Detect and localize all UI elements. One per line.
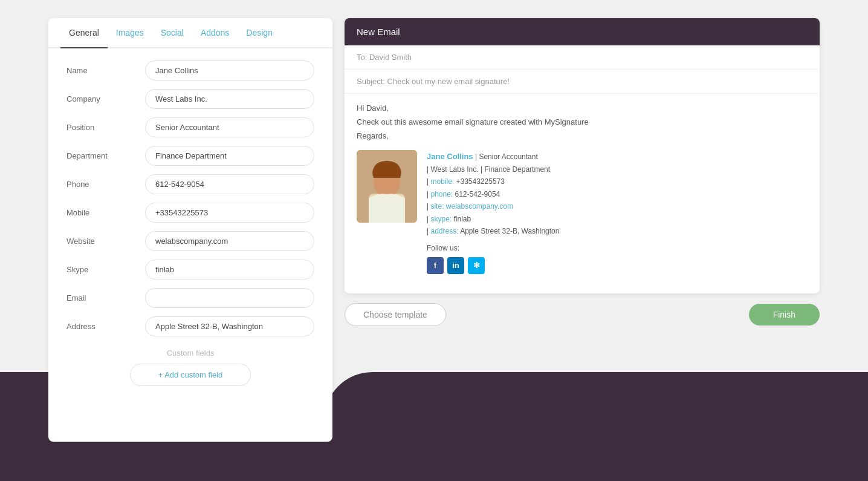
email-text: Check out this awesome email signature c… [357,117,808,126]
company-row: Company [66,89,314,109]
mobile-input[interactable] [145,203,314,223]
tab-addons[interactable]: Addons [192,18,238,48]
sig-phone-label: phone: [430,190,453,198]
signature-photo [357,150,417,223]
position-label: Position [66,123,145,132]
tab-general[interactable]: General [60,18,108,48]
company-label: Company [66,94,145,103]
company-input[interactable] [145,89,314,109]
sig-skype-val: finlab [453,215,471,223]
phone-label: Phone [66,180,145,189]
email-input[interactable] [145,288,314,308]
address-input[interactable] [145,316,314,336]
email-subject: Subject: Check out my new email signatur… [345,70,820,94]
left-panel: General Images Social Addons Design Name… [48,18,332,442]
sig-address-label: address: [430,227,458,235]
email-preview: New Email To: David Smith Subject: Check… [345,18,820,293]
website-input[interactable] [145,231,314,251]
skype-icon[interactable]: ✻ [468,257,485,274]
person-avatar [357,150,417,223]
email-regards: Regards, [357,131,808,140]
mobile-row: Mobile [66,203,314,223]
sig-site-label: site: [430,202,444,211]
form-area: Name Company Position Department Phone M… [48,48,332,398]
website-label: Website [66,237,145,246]
sig-mobile-label: mobile: [430,177,454,186]
address-row: Address [66,316,314,336]
email-header: New Email [345,18,820,45]
sig-site-val: welabscompany.com [446,202,513,211]
sig-mobile: +33543225573 [456,177,504,186]
position-row: Position [66,117,314,137]
email-row: Email [66,288,314,308]
phone-row: Phone [66,174,314,194]
phone-input[interactable] [145,174,314,194]
address-label: Address [66,322,145,331]
finish-button[interactable]: Finish [749,304,820,326]
linkedin-icon[interactable]: in [447,257,464,274]
website-row: Website [66,231,314,251]
email-label: Email [66,293,145,303]
follow-us-label: Follow us: [427,242,559,254]
name-label: Name [66,66,145,75]
sig-address-val: Apple Street 32-B, Washington [460,227,559,235]
sig-skype-label: skype: [430,215,452,223]
sig-company: West Labs Inc. [430,165,478,174]
email-greeting: Hi David, [357,103,808,113]
add-custom-field-button[interactable]: + Add custom field [130,364,251,386]
custom-fields-label: Custom fields [66,348,314,358]
signature-block: Jane Collins | Senior Accountant | West … [357,150,808,284]
choose-template-button[interactable]: Choose template [345,303,446,326]
tab-images[interactable]: Images [108,18,152,48]
sig-department: Finance Department [484,165,550,174]
sig-name: Jane Collins [427,152,473,161]
tab-bar: General Images Social Addons Design [48,18,332,48]
department-label: Department [66,151,145,160]
right-panel: New Email To: David Smith Subject: Check… [345,18,820,442]
mobile-label: Mobile [66,208,145,217]
name-input[interactable] [145,61,314,80]
sig-phone-val: 612-542-9054 [455,190,500,198]
skype-row: Skype [66,260,314,280]
sig-title: Senior Accountant [479,152,537,161]
skype-label: Skype [66,265,145,274]
email-to: To: David Smith [345,45,820,70]
name-row: Name [66,61,314,80]
email-actions: Choose template Finish [345,303,820,326]
tab-social[interactable]: Social [152,18,192,48]
tab-design[interactable]: Design [238,18,281,48]
position-input[interactable] [145,117,314,137]
department-input[interactable] [145,146,314,166]
signature-info: Jane Collins | Senior Accountant | West … [427,150,559,274]
social-icons: f in ✻ [427,257,559,274]
email-body: Hi David, Check out this awesome email s… [345,94,820,293]
skype-input[interactable] [145,260,314,280]
facebook-icon[interactable]: f [427,257,444,274]
department-row: Department [66,146,314,166]
